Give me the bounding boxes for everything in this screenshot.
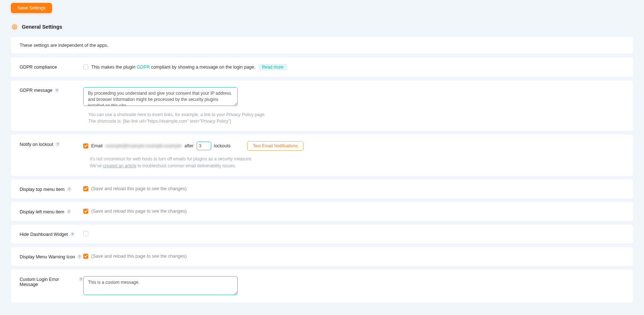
notify-email-checkbox[interactable]	[83, 143, 88, 148]
gdpr-compliance-checkbox[interactable]	[83, 65, 88, 70]
gdpr-link[interactable]: GDPR	[137, 65, 150, 70]
save-settings-button[interactable]: Save Settings	[11, 3, 52, 13]
notify-info-line2: We've created an article to troubleshoot…	[90, 163, 624, 169]
section-title: General Settings	[22, 24, 62, 30]
display-left-checkbox[interactable]	[83, 209, 88, 214]
display-warning-note: (Save and reload this page to see the ch…	[91, 254, 187, 259]
display-warning-row: Display Menu Warning Icon ? (Save and re…	[11, 247, 633, 266]
help-icon[interactable]: ?	[67, 209, 71, 214]
help-icon[interactable]: ?	[55, 142, 60, 147]
read-more-button[interactable]: Read more	[258, 64, 287, 70]
gdpr-message-label: GDPR message	[20, 88, 52, 93]
custom-login-textarea[interactable]	[83, 276, 238, 295]
notify-count-input[interactable]	[197, 142, 211, 150]
gdpr-text: This makes the plugin GDPR compliant by …	[91, 65, 255, 70]
notify-email-word: Email	[91, 143, 102, 148]
section-header: General Settings	[11, 23, 633, 30]
display-left-label: Display left menu item	[20, 209, 64, 214]
hide-widget-row: Hide Dashboard Widget ?	[11, 225, 633, 244]
help-icon[interactable]: ?	[79, 277, 83, 282]
notify-email-value: example@example-example.example	[105, 143, 181, 148]
notify-lockout-row: Notify on lockout ? Email example@exampl…	[11, 135, 633, 176]
notify-lockouts-word: lockouts	[214, 143, 231, 148]
test-email-button[interactable]: Test Email Notifications	[247, 141, 303, 151]
notify-label: Notify on lockout	[20, 142, 53, 147]
help-icon[interactable]: ?	[77, 254, 82, 259]
created-article-link[interactable]: created an article	[103, 163, 136, 168]
custom-login-label: Custom Login Error Message	[20, 277, 76, 287]
gdpr-help-line2: The shortcode is: [llar-link url="https:…	[88, 118, 624, 124]
gear-icon	[11, 23, 18, 30]
display-top-note: (Save and reload this page to see the ch…	[91, 186, 187, 191]
display-top-row: Display top menu item ? (Save and reload…	[11, 180, 633, 199]
help-icon[interactable]: ?	[55, 88, 59, 93]
gdpr-message-row: GDPR message ? You can use a shortcode h…	[11, 81, 633, 131]
display-warning-label: Display Menu Warning Icon	[20, 254, 75, 259]
gdpr-message-textarea[interactable]	[83, 87, 238, 106]
svg-point-0	[14, 26, 15, 28]
hide-widget-label: Hide Dashboard Widget	[20, 232, 68, 237]
description-card: These settings are independent of the ap…	[11, 37, 633, 54]
gdpr-help-line1: You can use a shortcode here to insert l…	[88, 111, 624, 118]
hide-widget-checkbox[interactable]	[83, 231, 88, 236]
custom-login-row: Custom Login Error Message ?	[11, 270, 633, 303]
display-left-note: (Save and reload this page to see the ch…	[91, 209, 187, 214]
display-top-label: Display top menu item	[20, 187, 65, 192]
display-left-row: Display left menu item ? (Save and reloa…	[11, 202, 633, 221]
gdpr-compliance-label: GDPR compliance	[20, 65, 57, 70]
gdpr-compliance-row: GDPR compliance This makes the plugin GD…	[11, 57, 633, 77]
notify-info-line1: It's not uncommon for web hosts to turn …	[90, 156, 624, 163]
help-icon[interactable]: ?	[67, 187, 72, 192]
help-icon[interactable]: ?	[70, 232, 75, 237]
display-warning-checkbox[interactable]	[83, 254, 88, 259]
display-top-checkbox[interactable]	[83, 186, 88, 191]
notify-after-word: after	[185, 143, 194, 148]
